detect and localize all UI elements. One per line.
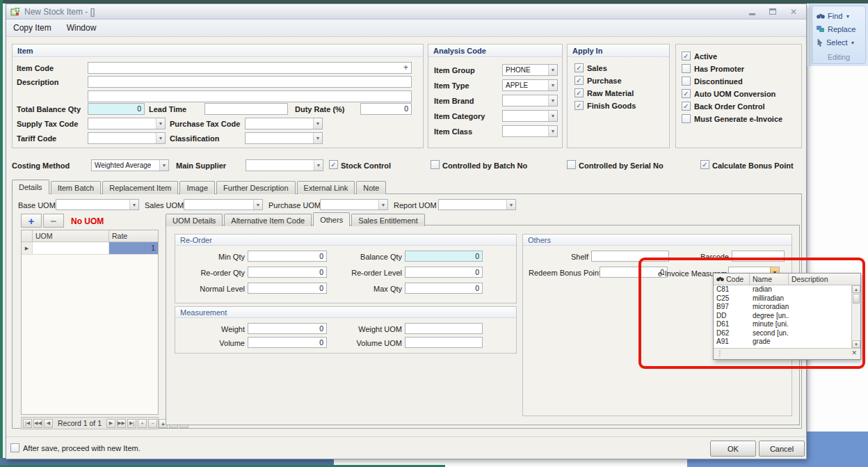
nav-next-page-button[interactable]: ▶▶ xyxy=(117,419,126,428)
base-uom-combo[interactable]: ▼ xyxy=(56,199,139,210)
list-item[interactable]: C81radian xyxy=(714,285,851,294)
close-dropdown-icon[interactable]: ✕ xyxy=(851,349,857,356)
tab-item-batch[interactable]: Item Batch xyxy=(51,181,102,194)
purchase-checkbox[interactable] xyxy=(574,76,584,85)
add-item-code-icon[interactable]: + xyxy=(403,63,408,72)
balance-qty-field[interactable]: 0 xyxy=(405,251,483,262)
active-checkbox[interactable] xyxy=(682,52,691,61)
item-category-combo[interactable]: ▼ xyxy=(502,110,558,122)
reorder-level-field[interactable]: 0 xyxy=(405,267,483,278)
list-item[interactable]: C25milliradian xyxy=(714,294,851,303)
replace-button[interactable]: Replace xyxy=(817,24,855,35)
minimize-button[interactable] xyxy=(745,6,759,17)
nav-next-button[interactable]: ▶ xyxy=(106,419,115,428)
resize-grip-icon[interactable]: ⋮ xyxy=(716,349,723,357)
item-brand-combo[interactable]: ▼ xyxy=(502,95,558,106)
menu-window[interactable]: Window xyxy=(67,23,97,33)
report-uom-combo[interactable]: ▼ xyxy=(438,199,516,210)
item-group-combo[interactable]: PHONE▼ xyxy=(502,64,558,76)
list-item[interactable]: B97microradian xyxy=(714,303,851,312)
weight-uom-field[interactable] xyxy=(405,323,483,334)
rate-column-header[interactable]: Rate xyxy=(109,230,158,242)
maximize-button[interactable] xyxy=(766,6,780,17)
scroll-thumb[interactable] xyxy=(853,294,860,303)
classification-combo[interactable]: ▼ xyxy=(245,132,323,144)
normal-level-field[interactable]: 0 xyxy=(248,283,327,294)
sales-uom-combo[interactable]: ▼ xyxy=(184,199,263,210)
remove-uom-button[interactable]: − xyxy=(43,214,64,228)
sales-checkbox[interactable] xyxy=(574,63,584,72)
chevron-down-icon[interactable]: ▼ xyxy=(314,160,323,171)
chevron-down-icon[interactable]: ▼ xyxy=(548,80,557,90)
tab-further-description[interactable]: Further Description xyxy=(216,181,296,194)
tab-others[interactable]: Others xyxy=(313,212,350,226)
tab-replacement-item[interactable]: Replacement Item xyxy=(102,181,178,194)
tab-details[interactable]: Details xyxy=(12,180,49,194)
tab-external-link[interactable]: External Link xyxy=(297,181,355,194)
chevron-down-icon[interactable]: ▼ xyxy=(156,133,165,143)
rate-cell[interactable]: 1 xyxy=(109,242,158,254)
menu-copy-item[interactable]: Copy Item xyxy=(13,23,51,33)
add-uom-button[interactable]: + xyxy=(21,214,42,228)
chevron-down-icon[interactable]: ▼ xyxy=(548,126,557,136)
name-column-header[interactable]: Name xyxy=(750,274,789,285)
total-balance-qty-field[interactable]: 0 xyxy=(88,103,145,115)
item-code-field[interactable]: + xyxy=(88,62,412,74)
after-save-checkbox[interactable] xyxy=(10,443,19,452)
scroll-down-icon[interactable]: ▼ xyxy=(852,340,860,348)
close-button[interactable]: ✕ xyxy=(787,6,801,17)
chevron-down-icon[interactable]: ▼ xyxy=(506,200,515,209)
nav-first-button[interactable]: |◀ xyxy=(23,419,32,428)
volume-uom-field[interactable] xyxy=(405,337,483,348)
nav-last-button[interactable]: ▶| xyxy=(127,419,136,428)
cancel-button[interactable]: Cancel xyxy=(759,441,805,457)
reorder-qty-field[interactable]: 0 xyxy=(248,267,327,278)
description2-field[interactable] xyxy=(88,90,412,102)
list-item[interactable]: A91grade xyxy=(714,338,851,347)
chevron-down-icon[interactable]: ▼ xyxy=(313,133,322,143)
chevron-down-icon[interactable]: ▼ xyxy=(159,160,168,171)
description-field[interactable] xyxy=(88,76,412,88)
item-class-combo[interactable]: ▼ xyxy=(502,125,558,137)
item-type-combo[interactable]: APPLE▼ xyxy=(502,79,558,91)
min-qty-field[interactable]: 0 xyxy=(248,251,327,262)
duty-rate-field[interactable]: 0 xyxy=(360,103,412,115)
purchase-tax-code-combo[interactable]: ▼ xyxy=(245,118,323,129)
tariff-code-combo[interactable]: ▼ xyxy=(88,132,166,144)
tab-uom-details[interactable]: UOM Details xyxy=(166,214,223,226)
supply-tax-code-combo[interactable]: ▼ xyxy=(88,118,166,129)
main-supplier-combo[interactable]: ▼ xyxy=(246,159,323,171)
uom-grid-row[interactable]: ▶ 1 xyxy=(22,242,158,255)
uom-cell[interactable] xyxy=(33,242,109,254)
nav-append-button[interactable]: + xyxy=(138,419,147,428)
tab-sales-entitlement[interactable]: Sales Entitlement xyxy=(351,214,425,226)
has-promoter-checkbox[interactable] xyxy=(682,64,691,73)
list-item[interactable]: D62second [un... xyxy=(714,329,851,338)
max-qty-field[interactable]: 0 xyxy=(405,283,483,294)
nav-prev-button[interactable]: ◀ xyxy=(44,419,53,428)
back-order-control-checkbox[interactable] xyxy=(682,102,691,111)
chevron-down-icon[interactable]: ▼ xyxy=(548,111,557,121)
list-item[interactable]: DDdegree [un... xyxy=(714,312,851,321)
chevron-down-icon[interactable]: ▼ xyxy=(253,200,262,209)
uom-column-header[interactable]: UOM xyxy=(33,230,109,242)
tab-note[interactable]: Note xyxy=(356,181,386,194)
chevron-down-icon[interactable]: ▼ xyxy=(313,118,322,129)
lead-time-field[interactable] xyxy=(204,103,288,115)
calculate-bonus-point-checkbox[interactable] xyxy=(700,160,709,169)
chevron-down-icon[interactable]: ▼ xyxy=(548,95,557,106)
tab-image[interactable]: Image xyxy=(179,181,215,194)
stock-control-checkbox[interactable] xyxy=(329,160,338,169)
weight-field[interactable]: 0 xyxy=(248,323,327,334)
list-item[interactable]: D61minute [uni... xyxy=(714,320,851,329)
auto-uom-conversion-checkbox[interactable] xyxy=(682,89,691,98)
ok-button[interactable]: OK xyxy=(710,441,756,457)
find-button[interactable]: Find ▼ xyxy=(817,10,850,22)
shelf-field[interactable] xyxy=(591,251,669,262)
chevron-down-icon[interactable]: ▼ xyxy=(129,200,138,209)
nav-delete-button[interactable]: − xyxy=(148,419,157,428)
tab-alternative-item-code[interactable]: Alternative Item Code xyxy=(224,214,312,226)
chevron-down-icon[interactable]: ▼ xyxy=(156,118,165,129)
purchase-uom-combo[interactable]: ▼ xyxy=(320,199,388,210)
dialog-titlebar[interactable]: New Stock Item - [] ✕ xyxy=(6,4,806,19)
